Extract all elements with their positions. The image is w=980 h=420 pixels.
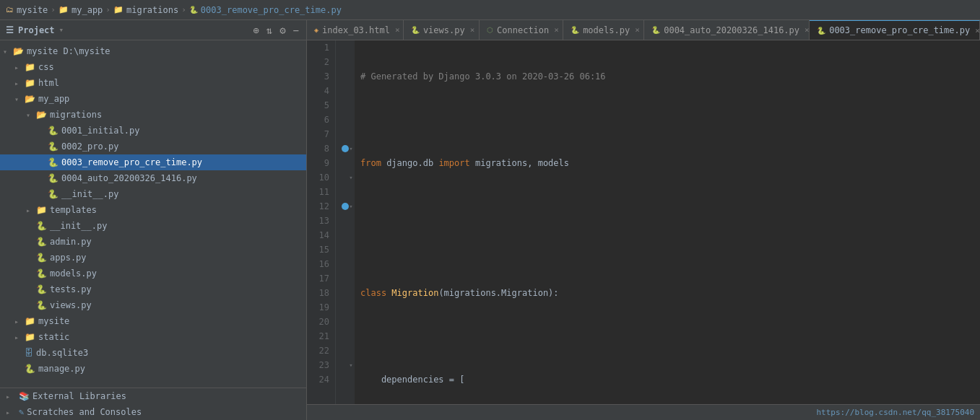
- tree-label-apps: apps.py: [50, 253, 303, 263]
- tab-label-index03: index_03.html: [322, 25, 390, 35]
- ln-24: 24: [313, 372, 329, 387]
- tree-label-init: __init__.py: [61, 189, 303, 199]
- gear-icon[interactable]: ⚙: [278, 23, 287, 38]
- scratch-icon: ✎: [19, 407, 24, 417]
- tree-item-views[interactable]: 🐍 views.py: [0, 297, 306, 313]
- tree-item-0004[interactable]: 🐍 0004_auto_20200326_1416.py: [0, 170, 306, 186]
- fold-arrow-23[interactable]: ▾: [349, 362, 352, 369]
- folder-html-icon: 📁: [25, 78, 35, 88]
- tab-close-models[interactable]: ×: [635, 25, 640, 35]
- status-url[interactable]: https://blog.csdn.net/qq_38175040: [816, 408, 974, 417]
- minus-icon[interactable]: −: [292, 23, 300, 38]
- tree-item-init-mig[interactable]: 🐍 __init__.py: [0, 186, 306, 202]
- code-line-1: # Generated by Django 3.0.3 on 2020-03-2…: [360, 69, 974, 84]
- tab-connection[interactable]: ⬡ Connection ×: [480, 20, 563, 40]
- ln-3: 3: [313, 69, 329, 84]
- gutter: ▾ ▾ ▾ ▾: [336, 40, 355, 404]
- tree-arrow-migrations: [26, 111, 36, 119]
- tab-0003[interactable]: 🐍 0003_remove_pro_cre_time.py ×: [810, 20, 980, 40]
- tree-item-mysite-inner[interactable]: 📁 mysite: [0, 313, 306, 329]
- ln-10: 10: [313, 170, 329, 185]
- breadcrumb-sep-2: ›: [105, 5, 110, 14]
- tree-arrow-static: [14, 333, 25, 341]
- sidebar-bottom: 📚 External Libraries ✎ Scratches and Con…: [0, 388, 306, 420]
- tree-item-models[interactable]: 🐍 models.py: [0, 266, 306, 281]
- ln-22: 22: [313, 344, 329, 358]
- code-line-7: [360, 329, 974, 344]
- tab-bar: ◈ index_03.html × 🐍 views.py × ⬡ Connect…: [307, 20, 980, 40]
- tree-item-init-app[interactable]: 🐍 __init__.py: [0, 218, 306, 234]
- tree-label-manage: manage.py: [38, 364, 303, 374]
- project-dropdown-arrow[interactable]: ▾: [59, 25, 64, 35]
- tree-item-css[interactable]: 📁 css: [0, 59, 306, 75]
- external-libraries-item[interactable]: 📚 External Libraries: [0, 388, 306, 404]
- tree-label-css: css: [38, 62, 303, 72]
- scratches-consoles-item[interactable]: ✎ Scratches and Consoles: [0, 404, 306, 420]
- tree-item-templates[interactable]: 📁 templates: [0, 202, 306, 218]
- tree-item-0003[interactable]: 🐍 0003_remove_pro_cre_time.py: [0, 154, 306, 170]
- tree-item-0001[interactable]: 🐍 0001_initial.py: [0, 123, 306, 139]
- folder-icon-3: 📁: [113, 5, 123, 14]
- tree-label-models: models.py: [50, 268, 303, 279]
- tree-item-0002[interactable]: 🐍 0002_pro.py: [0, 139, 306, 154]
- tree-item-static[interactable]: 📁 static: [0, 329, 306, 345]
- tab-close-0004[interactable]: ×: [805, 25, 810, 35]
- code-content[interactable]: # Generated by Django 3.0.3 on 2020-03-2…: [355, 40, 980, 404]
- tab-index03[interactable]: ◈ index_03.html ×: [307, 20, 404, 40]
- tab-close-views[interactable]: ×: [470, 25, 475, 35]
- ln-12: 12: [313, 199, 329, 214]
- tree-item-admin[interactable]: 🐍 admin.py: [0, 234, 306, 250]
- fold-arrow-10[interactable]: ▾: [349, 174, 352, 181]
- arrows-icon[interactable]: ⇅: [265, 23, 274, 38]
- breadcrumb-file[interactable]: 🐍 0003_remove_pro_cre_time.py: [189, 5, 342, 15]
- breadcrumb-migrations[interactable]: 📁 migrations: [113, 5, 178, 15]
- fold-arrow-8[interactable]: ▾: [349, 145, 352, 152]
- code-editor[interactable]: 1 2 3 4 5 6 7 8 9 10 11 12 13 14 15 16 1…: [307, 40, 980, 404]
- breadcrumb-mysite[interactable]: 🗂 mysite: [6, 5, 48, 15]
- tab-models[interactable]: 🐍 models.py ×: [563, 20, 644, 40]
- tree-item-mysite-root[interactable]: 📂 mysite D:\mysite: [0, 43, 306, 59]
- scratches-consoles-label: Scratches and Consoles: [27, 407, 142, 417]
- conn-icon: ⬡: [487, 26, 493, 34]
- tree-item-manage[interactable]: 🐍 manage.py: [0, 361, 306, 377]
- tree-item-myapp[interactable]: 📂 my_app: [0, 91, 306, 107]
- code-line-6: class Migration(migrations.Migration):: [360, 286, 974, 300]
- fold-arrow-12[interactable]: ▾: [349, 203, 352, 210]
- tree-item-db[interactable]: 🗄 db.sqlite3: [0, 345, 306, 361]
- ln-18: 18: [313, 286, 329, 300]
- tab-0004[interactable]: 🐍 0004_auto_20200326_1416.py ×: [644, 20, 810, 40]
- tab-close-connection[interactable]: ×: [554, 25, 559, 35]
- line-numbers: 1 2 3 4 5 6 7 8 9 10 11 12 13 14 15 16 1…: [307, 40, 336, 404]
- ln-13: 13: [313, 214, 329, 228]
- tab-close-index03[interactable]: ×: [395, 25, 400, 35]
- py-icon-init: 🐍: [48, 189, 58, 199]
- code-line-4: [360, 199, 974, 214]
- tab-views[interactable]: 🐍 views.py ×: [404, 20, 480, 40]
- lib-icon: 📚: [19, 391, 30, 401]
- tab-label-0004: 0004_auto_20200326_1416.py: [664, 25, 799, 35]
- ln-19: 19: [313, 300, 329, 315]
- tree-label-migrations: migrations: [50, 110, 303, 120]
- tab-close-0003[interactable]: ×: [975, 26, 980, 35]
- breadcrumb-myapp[interactable]: 📁 my_app: [58, 5, 103, 15]
- tree-item-tests[interactable]: 🐍 tests.py: [0, 281, 306, 297]
- py-icon-0004: 🐍: [48, 173, 58, 183]
- py-icon-tests: 🐍: [36, 284, 47, 294]
- py-tab-icon-views: 🐍: [411, 26, 420, 34]
- tree-item-apps[interactable]: 🐍 apps.py: [0, 250, 306, 266]
- globe-icon[interactable]: ⊕: [251, 23, 260, 38]
- py-icon-init-app: 🐍: [36, 221, 47, 231]
- py-tab-icon-0003: 🐍: [817, 27, 825, 35]
- ln-4: 4: [313, 84, 329, 98]
- ln-17: 17: [313, 271, 329, 286]
- ln-15: 15: [313, 242, 329, 257]
- ln-20: 20: [313, 315, 329, 329]
- folder-static-icon: 📁: [25, 332, 35, 342]
- tree-label-myapp: my_app: [38, 94, 303, 104]
- tree-item-migrations[interactable]: 📂 migrations: [0, 107, 306, 123]
- py-icon-0001: 🐍: [48, 126, 58, 136]
- tree-item-html[interactable]: 📁 html: [0, 75, 306, 91]
- gutter-fold-12: ▾: [347, 199, 355, 214]
- folder-css-icon: 📁: [25, 62, 35, 72]
- main-layout: ☰ Project ▾ ⊕ ⇅ ⚙ − 📂 mysite D:\mysite: [0, 20, 980, 420]
